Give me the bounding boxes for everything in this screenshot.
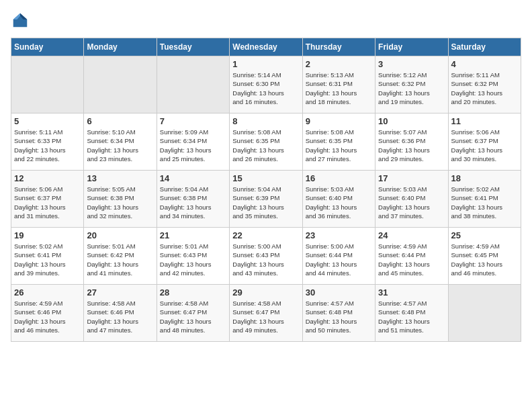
calendar-cell: 13Sunrise: 5:05 AM Sunset: 6:38 PM Dayli… xyxy=(84,171,157,228)
day-info: Sunrise: 5:04 AM Sunset: 6:38 PM Dayligh… xyxy=(160,185,226,220)
day-info: Sunrise: 5:02 AM Sunset: 6:41 PM Dayligh… xyxy=(451,185,518,220)
day-info: Sunrise: 5:05 AM Sunset: 6:38 PM Dayligh… xyxy=(87,185,153,220)
day-number: 4 xyxy=(451,59,518,69)
day-number: 15 xyxy=(232,173,299,183)
day-number: 18 xyxy=(451,173,518,183)
day-number: 5 xyxy=(14,116,81,126)
day-number: 19 xyxy=(14,230,81,240)
header-row: SundayMondayTuesdayWednesdayThursdayFrid… xyxy=(11,38,521,56)
logo xyxy=(11,11,32,30)
day-number: 16 xyxy=(306,173,372,183)
day-info: Sunrise: 4:59 AM Sunset: 6:46 PM Dayligh… xyxy=(14,299,81,334)
day-number: 28 xyxy=(160,287,226,298)
calendar-week-5: 26Sunrise: 4:59 AM Sunset: 6:46 PM Dayli… xyxy=(11,285,521,342)
calendar-cell: 12Sunrise: 5:06 AM Sunset: 6:37 PM Dayli… xyxy=(11,171,84,228)
day-info: Sunrise: 5:00 AM Sunset: 6:43 PM Dayligh… xyxy=(232,242,299,277)
day-info: Sunrise: 5:02 AM Sunset: 6:41 PM Dayligh… xyxy=(14,242,81,277)
day-number: 25 xyxy=(451,230,518,240)
day-number: 24 xyxy=(378,230,445,240)
day-info: Sunrise: 5:09 AM Sunset: 6:34 PM Dayligh… xyxy=(160,128,226,163)
calendar-cell: 5Sunrise: 5:11 AM Sunset: 6:33 PM Daylig… xyxy=(11,113,84,171)
day-number: 31 xyxy=(378,287,445,298)
calendar-cell: 31Sunrise: 4:57 AM Sunset: 6:48 PM Dayli… xyxy=(375,285,448,342)
day-number: 7 xyxy=(160,116,226,126)
day-info: Sunrise: 4:59 AM Sunset: 6:44 PM Dayligh… xyxy=(378,242,445,277)
day-number: 29 xyxy=(232,287,299,298)
day-info: Sunrise: 5:12 AM Sunset: 6:32 PM Dayligh… xyxy=(378,71,445,106)
day-info: Sunrise: 5:13 AM Sunset: 6:31 PM Dayligh… xyxy=(306,71,372,106)
day-info: Sunrise: 5:04 AM Sunset: 6:39 PM Dayligh… xyxy=(232,185,299,220)
calendar-cell: 22Sunrise: 5:00 AM Sunset: 6:43 PM Dayli… xyxy=(230,228,302,285)
calendar-cell xyxy=(84,56,157,113)
calendar-week-1: 1Sunrise: 5:14 AM Sunset: 6:30 PM Daylig… xyxy=(11,56,521,113)
day-number: 27 xyxy=(87,287,153,298)
calendar-cell: 4Sunrise: 5:11 AM Sunset: 6:32 PM Daylig… xyxy=(448,56,521,113)
calendar-cell: 3Sunrise: 5:12 AM Sunset: 6:32 PM Daylig… xyxy=(375,56,448,113)
day-number: 10 xyxy=(378,116,445,126)
day-info: Sunrise: 5:06 AM Sunset: 6:37 PM Dayligh… xyxy=(14,185,81,220)
calendar-cell: 24Sunrise: 4:59 AM Sunset: 6:44 PM Dayli… xyxy=(375,228,448,285)
day-info: Sunrise: 5:03 AM Sunset: 6:40 PM Dayligh… xyxy=(378,185,445,220)
calendar-cell: 11Sunrise: 5:06 AM Sunset: 6:37 PM Dayli… xyxy=(448,113,521,171)
day-number: 20 xyxy=(87,230,153,240)
day-number: 22 xyxy=(232,230,299,240)
day-number: 21 xyxy=(160,230,226,240)
logo-icon xyxy=(11,11,30,30)
day-number: 8 xyxy=(232,116,299,126)
calendar-week-4: 19Sunrise: 5:02 AM Sunset: 6:41 PM Dayli… xyxy=(11,228,521,285)
weekday-header-monday: Monday xyxy=(84,38,157,56)
calendar-week-2: 5Sunrise: 5:11 AM Sunset: 6:33 PM Daylig… xyxy=(11,113,521,171)
calendar-cell: 25Sunrise: 4:59 AM Sunset: 6:45 PM Dayli… xyxy=(448,228,521,285)
weekday-header-wednesday: Wednesday xyxy=(230,38,302,56)
weekday-header-tuesday: Tuesday xyxy=(157,38,229,56)
calendar-cell: 20Sunrise: 5:01 AM Sunset: 6:42 PM Dayli… xyxy=(84,228,157,285)
day-info: Sunrise: 5:11 AM Sunset: 6:33 PM Dayligh… xyxy=(14,128,81,163)
calendar-cell: 7Sunrise: 5:09 AM Sunset: 6:34 PM Daylig… xyxy=(157,113,229,171)
calendar-cell: 10Sunrise: 5:07 AM Sunset: 6:36 PM Dayli… xyxy=(375,113,448,171)
calendar-cell: 18Sunrise: 5:02 AM Sunset: 6:41 PM Dayli… xyxy=(448,171,521,228)
calendar-cell: 8Sunrise: 5:08 AM Sunset: 6:35 PM Daylig… xyxy=(230,113,302,171)
day-number: 30 xyxy=(306,287,372,298)
day-info: Sunrise: 5:01 AM Sunset: 6:42 PM Dayligh… xyxy=(87,242,153,277)
page-header xyxy=(11,11,521,30)
calendar-cell: 26Sunrise: 4:59 AM Sunset: 6:46 PM Dayli… xyxy=(11,285,84,342)
day-info: Sunrise: 5:11 AM Sunset: 6:32 PM Dayligh… xyxy=(451,71,518,106)
calendar-cell: 27Sunrise: 4:58 AM Sunset: 6:46 PM Dayli… xyxy=(84,285,157,342)
day-info: Sunrise: 4:57 AM Sunset: 6:48 PM Dayligh… xyxy=(378,299,445,334)
day-number: 2 xyxy=(306,59,372,69)
day-number: 17 xyxy=(378,173,445,183)
day-info: Sunrise: 4:57 AM Sunset: 6:48 PM Dayligh… xyxy=(306,299,372,334)
day-number: 6 xyxy=(87,116,153,126)
day-number: 26 xyxy=(14,287,81,298)
weekday-header-sunday: Sunday xyxy=(11,38,84,56)
day-number: 13 xyxy=(87,173,153,183)
day-info: Sunrise: 4:58 AM Sunset: 6:47 PM Dayligh… xyxy=(160,299,226,334)
day-number: 11 xyxy=(451,116,518,126)
calendar-cell xyxy=(448,285,521,342)
day-info: Sunrise: 5:01 AM Sunset: 6:43 PM Dayligh… xyxy=(160,242,226,277)
calendar-cell: 21Sunrise: 5:01 AM Sunset: 6:43 PM Dayli… xyxy=(157,228,229,285)
calendar-cell: 14Sunrise: 5:04 AM Sunset: 6:38 PM Dayli… xyxy=(157,171,229,228)
calendar-cell: 1Sunrise: 5:14 AM Sunset: 6:30 PM Daylig… xyxy=(230,56,302,113)
day-info: Sunrise: 5:06 AM Sunset: 6:37 PM Dayligh… xyxy=(451,128,518,163)
calendar-header: SundayMondayTuesdayWednesdayThursdayFrid… xyxy=(11,38,521,56)
weekday-header-thursday: Thursday xyxy=(302,38,375,56)
calendar-cell: 28Sunrise: 4:58 AM Sunset: 6:47 PM Dayli… xyxy=(157,285,229,342)
day-info: Sunrise: 5:07 AM Sunset: 6:36 PM Dayligh… xyxy=(378,128,445,163)
calendar-cell: 9Sunrise: 5:08 AM Sunset: 6:35 PM Daylig… xyxy=(302,113,375,171)
day-info: Sunrise: 5:08 AM Sunset: 6:35 PM Dayligh… xyxy=(232,128,299,163)
day-info: Sunrise: 5:10 AM Sunset: 6:34 PM Dayligh… xyxy=(87,128,153,163)
calendar-cell: 29Sunrise: 4:58 AM Sunset: 6:47 PM Dayli… xyxy=(230,285,302,342)
day-number: 1 xyxy=(232,59,299,69)
calendar-table: SundayMondayTuesdayWednesdayThursdayFrid… xyxy=(11,38,521,342)
calendar-cell: 15Sunrise: 5:04 AM Sunset: 6:39 PM Dayli… xyxy=(230,171,302,228)
calendar-cell: 23Sunrise: 5:00 AM Sunset: 6:44 PM Dayli… xyxy=(302,228,375,285)
day-number: 14 xyxy=(160,173,226,183)
calendar-cell: 2Sunrise: 5:13 AM Sunset: 6:31 PM Daylig… xyxy=(302,56,375,113)
day-info: Sunrise: 4:58 AM Sunset: 6:47 PM Dayligh… xyxy=(232,299,299,334)
calendar-body: 1Sunrise: 5:14 AM Sunset: 6:30 PM Daylig… xyxy=(11,56,521,342)
day-number: 23 xyxy=(306,230,372,240)
day-info: Sunrise: 4:58 AM Sunset: 6:46 PM Dayligh… xyxy=(87,299,153,334)
calendar-week-3: 12Sunrise: 5:06 AM Sunset: 6:37 PM Dayli… xyxy=(11,171,521,228)
calendar-cell: 6Sunrise: 5:10 AM Sunset: 6:34 PM Daylig… xyxy=(84,113,157,171)
